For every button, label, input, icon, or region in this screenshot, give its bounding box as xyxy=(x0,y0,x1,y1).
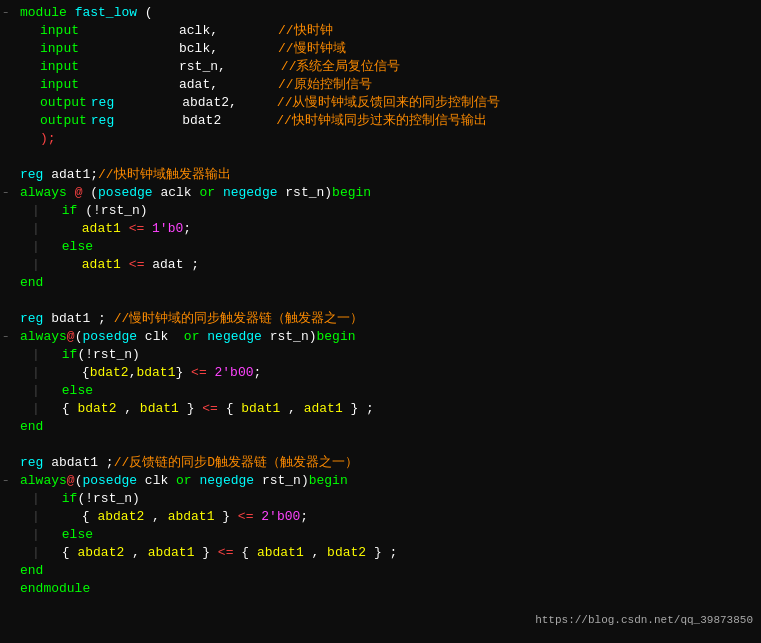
code-line-12: | adat1 <= 1'b0 ; xyxy=(0,220,761,238)
code-line-18: | if (!rst_n) xyxy=(0,346,761,364)
code-line-16: reg bdat1 ; //慢时钟域的同步触发器链（触发器之一） xyxy=(0,310,761,328)
code-line-21: | { bdat2 , bdat1 } <= { bdat1 , adat1 }… xyxy=(0,400,761,418)
code-line-13: | else xyxy=(0,238,761,256)
code-line-10: – always @ ( posedge aclk or negedge rst… xyxy=(0,184,761,202)
fold-icon-3[interactable]: – xyxy=(3,328,8,346)
code-line-blank1 xyxy=(0,148,761,166)
code-line-11: | if (!rst_n) xyxy=(0,202,761,220)
fold-icon-1[interactable]: – xyxy=(3,4,8,22)
code-line-25: | if (!rst_n) xyxy=(0,490,761,508)
code-line-6: output reg abdat2, //从慢时钟域反馈回来的同步控制信号 xyxy=(0,94,761,112)
code-line-2: input aclk, //快时钟 xyxy=(0,22,761,40)
code-line-29: end xyxy=(0,562,761,580)
code-line-19: | { bdat2 , bdat1 } <= 2'b00 ; xyxy=(0,364,761,382)
code-line-23: reg abdat1 ; //反馈链的同步D触发器链（触发器之一） xyxy=(0,454,761,472)
code-line-15: end xyxy=(0,274,761,292)
code-line-9: reg adat1; //快时钟域触发器输出 xyxy=(0,166,761,184)
url-bar: https://blog.csdn.net/qq_39873850 xyxy=(535,614,753,626)
code-line-1: – module fast_low ( xyxy=(0,4,761,22)
code-line-5: input adat, //原始控制信号 xyxy=(0,76,761,94)
code-line-7: output reg bdat2 //快时钟域同步过来的控制信号输出 xyxy=(0,112,761,130)
fold-icon-4[interactable]: – xyxy=(3,472,8,490)
code-line-27: | else xyxy=(0,526,761,544)
code-line-3: input bclk, //慢时钟域 xyxy=(0,40,761,58)
code-container: – module fast_low ( input aclk, //快时钟 in… xyxy=(0,0,761,630)
code-line-22: end xyxy=(0,418,761,436)
code-line-blank2 xyxy=(0,292,761,310)
code-line-20: | else xyxy=(0,382,761,400)
code-line-blank3 xyxy=(0,436,761,454)
fold-icon-2[interactable]: – xyxy=(3,184,8,202)
code-line-30: endmodule xyxy=(0,580,761,598)
code-line-8: ); xyxy=(0,130,761,148)
code-line-4: input rst_n, //系统全局复位信号 xyxy=(0,58,761,76)
code-line-26: | { abdat2 , abdat1 } <= 2'b00 ; xyxy=(0,508,761,526)
code-line-14: | adat1 <= adat ; xyxy=(0,256,761,274)
code-line-28: | { abdat2 , abdat1 } <= { abdat1 , bdat… xyxy=(0,544,761,562)
code-line-17: – always @ ( posedge clk or negedge rst_… xyxy=(0,328,761,346)
code-line-24: – always @ ( posedge clk or negedge rst_… xyxy=(0,472,761,490)
